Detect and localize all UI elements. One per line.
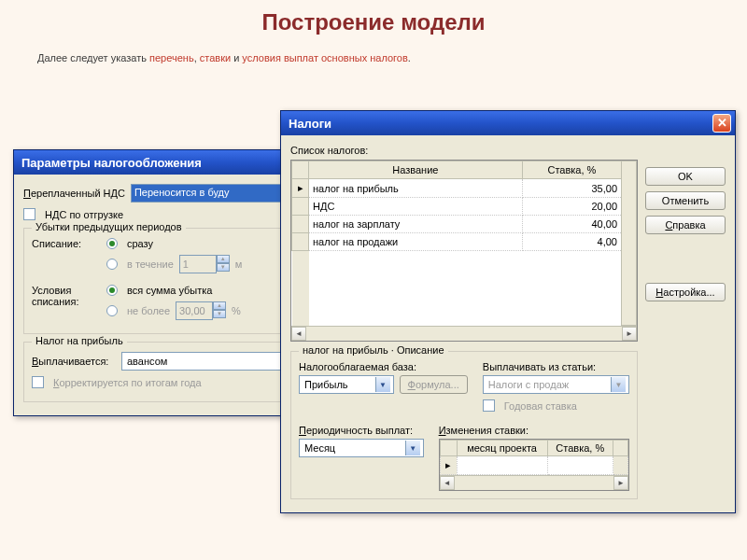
adjust-year-label: Корректируется по итогам года	[53, 377, 202, 388]
row-header-blank	[440, 441, 457, 456]
description-group: налог на прибыль · Описание Налогооблага…	[290, 351, 638, 499]
tax-params-window: Параметры налогообложения ППереплаченный…	[13, 149, 321, 416]
tax-list-label: Список налогов:	[290, 145, 368, 156]
adjust-year-checkbox	[32, 376, 44, 388]
scroll-left-icon[interactable]: ◄	[440, 476, 455, 490]
base-label: Налогооблагаемая база:	[299, 361, 416, 372]
annual-rate-checkbox	[483, 399, 495, 412]
cond-label: Условия списания:	[32, 285, 97, 307]
cond-full-label: вся сумма убытка	[127, 285, 212, 296]
slide-subtitle: Далее следует указать перечень, ставки и…	[37, 41, 710, 69]
vat-shipment-label: НДС по отгрузке	[45, 209, 123, 220]
profit-tax-group: Налог на прибыль Выплачивается: авансом▼…	[23, 342, 311, 402]
writeoff-immediate-label: сразу	[127, 238, 153, 249]
base-combo[interactable]: Прибыль▼	[299, 375, 394, 394]
close-icon[interactable]: ✕	[712, 114, 731, 133]
window-title: Налоги	[289, 117, 712, 131]
period-label: Периодичность выплат:	[299, 425, 413, 436]
settings-button[interactable]: Настройка...	[645, 283, 726, 301]
taxes-window: Налоги ✕ Список налогов: Название Ставка…	[280, 110, 736, 513]
pay-from-combo: Налоги с продаж▼	[483, 375, 629, 394]
scrollbar-h[interactable]: ◄►	[440, 475, 628, 490]
chevron-down-icon: ▼	[611, 377, 626, 392]
scrollbar-v[interactable]	[613, 441, 628, 456]
chevron-down-icon: ▼	[375, 377, 390, 392]
annual-rate-label: Годовая ставка	[504, 400, 577, 412]
chevron-down-icon: ▼	[405, 441, 420, 455]
table-row[interactable]: налог на продажи4,00	[292, 233, 637, 251]
titlebar[interactable]: Налоги ✕	[281, 111, 735, 135]
slide-title: Построение модели	[37, 9, 710, 35]
changes-grid[interactable]: месяц проекта Ставка, % ▸ ◄►	[439, 439, 629, 491]
cond-full-radio[interactable]	[106, 285, 118, 296]
table-row[interactable]: ▸налог на прибыль35,00	[292, 179, 637, 198]
help-button[interactable]: Справка	[645, 216, 726, 234]
writeoff-period-input	[179, 255, 217, 273]
changes-label: Изменения ставки:	[439, 425, 529, 436]
table-row[interactable]: НДС20,00	[292, 198, 637, 216]
scroll-right-icon[interactable]: ►	[613, 476, 628, 490]
profit-legend: Налог на прибыль	[32, 335, 127, 346]
col-rate[interactable]: Ставка, %	[522, 161, 621, 179]
vat-shipment-checkbox[interactable]	[23, 208, 35, 220]
losses-legend: Убытки предыдущих периодов	[32, 221, 186, 232]
writeoff-unit: м	[235, 259, 243, 270]
scroll-right-icon[interactable]: ►	[622, 327, 637, 341]
chg-col-month[interactable]: месяц проекта	[457, 441, 547, 456]
paid-combo[interactable]: авансом▼	[121, 352, 303, 371]
col-name[interactable]: Название	[309, 161, 523, 179]
ok-button[interactable]: OK	[645, 167, 726, 186]
writeoff-immediate-radio[interactable]	[106, 238, 118, 249]
row-header-blank	[292, 161, 309, 179]
tax-grid[interactable]: Название Ставка, % ▸налог на прибыль35,0…	[290, 160, 638, 342]
scroll-left-icon[interactable]: ◄	[291, 327, 306, 341]
formula-button: Формула...	[400, 375, 468, 394]
period-combo[interactable]: Месяц▼	[299, 439, 424, 457]
losses-group: Убытки предыдущих периодов Списание: сра…	[23, 228, 311, 334]
writeoff-period-spinner: ▲▼	[179, 255, 230, 273]
writeoff-period-radio[interactable]	[106, 259, 118, 270]
pay-from-label: Выплачивать из статьи:	[483, 361, 596, 372]
cond-limit-label: не более	[127, 305, 170, 316]
cancel-button[interactable]: Отменить	[645, 191, 726, 210]
overpaid-vat-label: ППереплаченный НДСереплаченный НДС	[23, 188, 125, 199]
desc-legend: налог на прибыль · Описание	[299, 344, 448, 356]
cond-limit-spinner: ▲▼	[176, 301, 226, 320]
cond-limit-input	[176, 301, 213, 320]
writeoff-label: Списание:	[32, 238, 97, 249]
paid-label: Выплачивается:	[32, 356, 116, 367]
scrollbar-v[interactable]	[622, 161, 637, 326]
titlebar[interactable]: Параметры налогообложения	[14, 150, 320, 175]
chg-col-rate[interactable]: Ставка, %	[547, 441, 613, 456]
writeoff-period-label: в течение	[127, 259, 174, 270]
window-title: Параметры налогообложения	[21, 156, 317, 170]
cond-unit: %	[232, 305, 241, 316]
cond-limit-radio[interactable]	[106, 305, 118, 316]
scrollbar-h[interactable]: ◄►	[291, 326, 637, 341]
table-row[interactable]: налог на зарплату40,00	[292, 216, 637, 233]
